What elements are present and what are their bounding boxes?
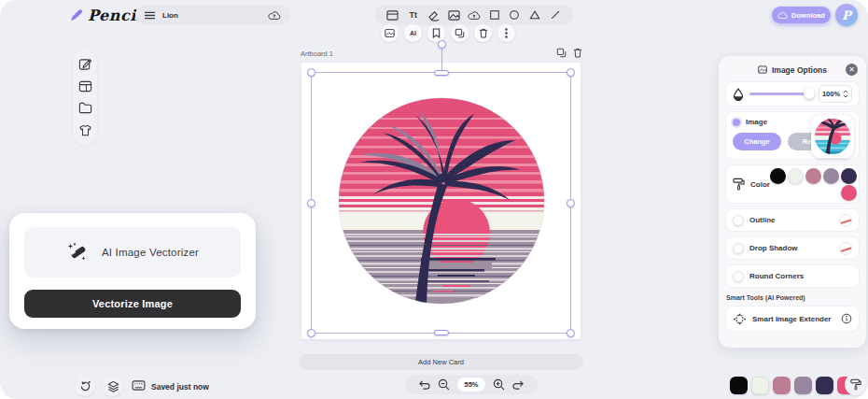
duplicate-artboard-icon[interactable] [556, 48, 567, 58]
color-swatch-1[interactable] [770, 168, 786, 184]
save-status: Saved just now [151, 382, 209, 392]
document-name[interactable]: Lion [162, 11, 260, 20]
ellipse-tool-icon[interactable] [506, 7, 523, 23]
main-toolbar: Tt [375, 5, 573, 25]
image-layer-dot [733, 119, 740, 126]
history-button[interactable] [75, 376, 95, 396]
smart-extender-label: Smart Image Extender [752, 315, 831, 323]
keyboard-shortcuts-icon[interactable] [132, 380, 146, 391]
cloud-download-icon [777, 11, 788, 20]
layers-icon [107, 380, 119, 392]
opacity-slider-thumb[interactable] [804, 88, 815, 99]
ai-tools-button[interactable]: AI [404, 24, 422, 42]
duplicate-button[interactable] [451, 24, 469, 42]
change-image-button[interactable]: Change [733, 133, 781, 150]
image-options-icon [758, 65, 767, 74]
menu-icon[interactable] [145, 11, 155, 20]
edit-icon[interactable] [78, 57, 92, 71]
palette-swatch-5[interactable] [816, 377, 833, 394]
delete-button[interactable] [474, 24, 492, 42]
palette-swatch-1[interactable] [730, 377, 748, 394]
document-color-palette [730, 377, 855, 394]
color-swatch-2[interactable] [788, 168, 804, 184]
palette-swatch-3[interactable] [773, 377, 791, 394]
change-label: Change [744, 137, 770, 146]
recolor-button[interactable] [845, 374, 866, 395]
avatar-initial: P [842, 8, 851, 22]
opacity-value-box[interactable]: 100% [819, 85, 852, 103]
stepper-down-icon[interactable] [843, 94, 848, 98]
paint-roller-icon [850, 378, 861, 391]
resize-handle-nw[interactable] [307, 68, 315, 77]
redo-icon[interactable] [512, 379, 525, 390]
opacity-steppers[interactable] [843, 90, 848, 98]
replace-image-button[interactable] [381, 24, 399, 42]
image-tool-icon[interactable] [445, 7, 462, 23]
color-section-label: Color [750, 180, 770, 189]
drop-shadow-row: Drop Shadow [725, 236, 860, 260]
info-icon[interactable] [841, 313, 852, 324]
zoom-out-icon[interactable] [438, 378, 450, 391]
text-tool-icon[interactable]: Tt [405, 7, 422, 23]
palette-swatch-4[interactable] [794, 377, 812, 394]
smart-extender-row[interactable]: Smart Image Extender [725, 306, 860, 332]
undo-icon[interactable] [418, 379, 430, 390]
color-swatch-5[interactable] [841, 168, 857, 184]
vectorizer-popup: AI Image Vectorizer Vectorize Image [9, 213, 256, 329]
secondary-toolbar: AI [381, 24, 515, 42]
rotate-handle[interactable] [438, 40, 446, 49]
opacity-slider[interactable] [749, 93, 813, 95]
artboard-label[interactable]: Artboard 1 [301, 50, 333, 58]
layout-tool-icon[interactable] [385, 7, 401, 23]
close-panel-icon[interactable]: ✕ [846, 64, 858, 76]
user-avatar[interactable]: P [835, 4, 858, 26]
color-swatch-6[interactable] [841, 185, 857, 201]
original-image-thumbnail[interactable] [811, 115, 854, 158]
color-section: Color [725, 164, 860, 204]
resize-handle-s[interactable] [434, 330, 449, 335]
drop-shadow-nocolor-icon[interactable] [839, 242, 852, 255]
vectorize-button-label: Vectorize Image [92, 298, 173, 309]
vectorize-image-button[interactable]: Vectorize Image [24, 290, 241, 318]
outline-row: Outline [725, 208, 860, 232]
rectangle-tool-icon[interactable] [486, 7, 503, 23]
selection-box[interactable] [311, 72, 571, 334]
drop-shadow-toggle[interactable] [733, 243, 744, 254]
pen-tool-icon[interactable] [425, 7, 441, 23]
resize-handle-sw[interactable] [307, 329, 315, 337]
palette-swatch-2[interactable] [751, 377, 769, 394]
more-options-button[interactable] [497, 24, 515, 42]
stepper-up-icon[interactable] [843, 90, 848, 93]
add-card-label: Add New Card [418, 358, 464, 366]
app-window: Pencila Lion Tt AI Download P [0, 0, 868, 399]
outline-toggle[interactable] [733, 215, 744, 226]
download-button[interactable]: Download [772, 7, 831, 23]
magic-wand-icon [66, 241, 89, 264]
resize-handle-ne[interactable] [567, 68, 575, 77]
files-icon[interactable] [78, 101, 92, 115]
triangle-tool-icon[interactable] [526, 7, 543, 23]
vectorizer-title: AI Image Vectorizer [102, 247, 199, 258]
cloud-sync-icon[interactable] [268, 10, 281, 21]
zoom-in-icon[interactable] [493, 378, 505, 391]
resize-handle-e[interactable] [567, 199, 575, 207]
apparel-icon[interactable] [78, 123, 92, 137]
resize-handle-n[interactable] [434, 70, 449, 76]
panel-header: Image Options ✕ [725, 63, 860, 77]
add-new-card-button[interactable]: Add New Card [299, 354, 583, 370]
layers-button[interactable] [103, 376, 123, 396]
opacity-row: 100% [725, 81, 860, 107]
templates-icon[interactable] [78, 79, 92, 93]
outline-nocolor-icon[interactable] [839, 214, 852, 227]
resize-handle-se[interactable] [567, 329, 575, 337]
upload-tool-icon[interactable] [466, 7, 483, 23]
delete-artboard-icon[interactable] [573, 48, 582, 58]
resize-handle-w[interactable] [307, 199, 315, 207]
round-corners-toggle[interactable] [733, 271, 744, 282]
color-swatch-3[interactable] [805, 168, 821, 184]
line-tool-icon[interactable] [547, 7, 564, 23]
outline-label: Outline [749, 216, 776, 224]
color-swatch-4[interactable] [823, 168, 839, 184]
document-name-bar[interactable]: Lion [135, 5, 290, 25]
zoom-level[interactable]: 55% [457, 378, 485, 392]
